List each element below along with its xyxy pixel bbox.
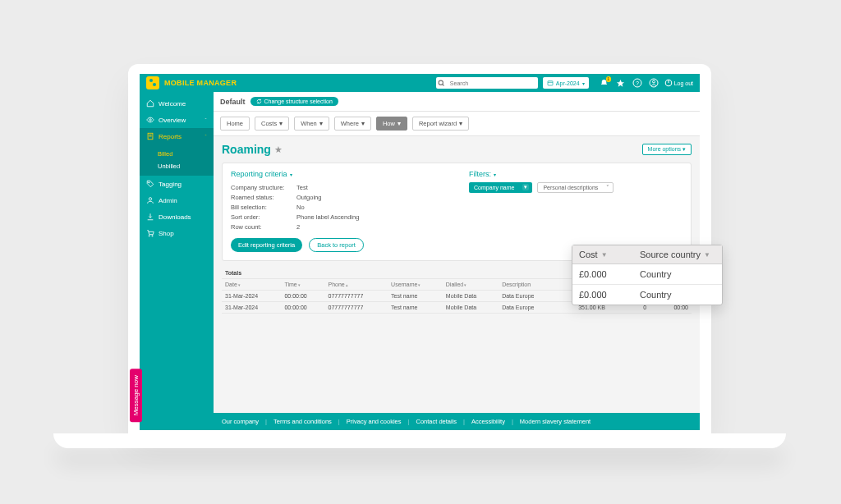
sidebar-item-label: Shop (159, 230, 174, 237)
tab-costs[interactable]: Costs▾ (255, 117, 289, 131)
footer-link[interactable]: Contact details (416, 418, 457, 425)
chevron-down-icon: ▾ (494, 172, 496, 177)
footer-link[interactable]: Our company (222, 418, 259, 425)
cost-country-popup: Cost▼ Source country▼ £0.000 Country £0.… (572, 245, 723, 305)
cell-phone: 07777777777 (325, 291, 388, 302)
sidebar-item-tagging[interactable]: Tagging (140, 176, 214, 192)
breadcrumb-bar: Default Change structure selection (214, 92, 700, 112)
favorite-star-icon[interactable] (615, 77, 627, 89)
popup-col-cost[interactable]: Cost▼ (572, 245, 633, 263)
month-picker[interactable]: Apr-2024 ▾ (543, 77, 589, 89)
footer-link[interactable]: Modern slavery statement (520, 418, 591, 425)
popup-cost: £0.000 (572, 285, 633, 305)
search-input[interactable] (448, 80, 538, 86)
popup-row: £0.000 Country (572, 264, 722, 285)
popup-col-country[interactable]: Source country▼ (633, 245, 717, 263)
refresh-icon (256, 99, 262, 104)
col-description[interactable]: Description (499, 279, 557, 291)
sidebar-item-label: Admin (159, 197, 177, 204)
criteria-heading[interactable]: Reporting criteria▾ (231, 170, 444, 178)
sidebar-item-downloads[interactable]: Downloads (140, 208, 214, 225)
report-tabs: Home Costs▾ When▾ Where▾ How▾ Report wiz… (214, 112, 700, 136)
sidebar-item-reports[interactable]: Reports ˄ (140, 128, 214, 144)
notification-bell-icon[interactable]: 1 (599, 77, 610, 89)
sidebar-sub-unbilled[interactable]: Unbilled (158, 160, 214, 172)
criteria-key: Company structure: (231, 184, 296, 191)
sidebar-item-welcome[interactable]: Welcome (140, 95, 214, 112)
filters-heading[interactable]: Filters:▾ (469, 170, 682, 178)
filter-descriptions-select[interactable]: Personal descriptions (537, 182, 614, 193)
svg-point-7 (652, 80, 655, 83)
footer-link[interactable]: Accessibility (471, 418, 505, 425)
chevron-down-icon: ▾ (361, 120, 365, 127)
col-dialled[interactable]: Dialled▾ (443, 279, 499, 291)
criteria-value: Phone label Ascending (296, 213, 359, 221)
chevron-down-icon: ▼ (601, 251, 608, 259)
col-username[interactable]: Username▾ (388, 279, 443, 291)
sidebar-item-shop[interactable]: Shop (140, 225, 214, 241)
criteria-value: 2 (296, 223, 300, 231)
cell-description: Data Europe (499, 302, 557, 314)
cell-time: 00:00:00 (281, 291, 324, 302)
cart-icon (146, 229, 154, 237)
sidebar-item-label: Tagging (159, 181, 182, 188)
sidebar-item-admin[interactable]: Admin (140, 192, 214, 208)
more-options-button[interactable]: More options ▾ (642, 144, 692, 155)
footer-link[interactable]: Privacy and cookies (347, 418, 402, 425)
svg-point-14 (149, 182, 149, 183)
tab-label: When (301, 120, 317, 127)
more-options-label: More options (648, 146, 681, 152)
chevron-down-icon: ▾ (582, 80, 585, 86)
laptop-base (53, 433, 786, 448)
calendar-icon (547, 80, 554, 86)
page-title: Roaming (222, 143, 271, 156)
breadcrumb-title: Default (220, 98, 246, 106)
help-icon[interactable]: ? (632, 77, 643, 89)
tab-label: Costs (261, 120, 277, 127)
edit-criteria-button[interactable]: Edit reporting criteria (231, 238, 302, 252)
back-to-report-button[interactable]: Back to report (309, 238, 364, 252)
app-footer: Our company| Terms and conditions| Priva… (214, 413, 700, 430)
col-time[interactable]: Time▾ (281, 279, 324, 291)
notification-badge: 1 (606, 76, 611, 82)
tab-where[interactable]: Where▾ (334, 117, 371, 131)
sidebar-item-label: Overview (159, 117, 186, 124)
cell-description: Data Europe (499, 291, 557, 302)
tab-report-wizard[interactable]: Report wizard▾ (412, 117, 469, 131)
search-box[interactable] (436, 77, 538, 89)
eye-icon (146, 116, 154, 124)
logout-button[interactable]: Log out (664, 79, 693, 87)
download-icon (146, 213, 154, 221)
message-now-tab[interactable]: Message now (130, 369, 142, 422)
cell-time: 00:00:00 (281, 302, 324, 314)
top-bar: MOBILE MANAGER Apr-2024 ▾ 1 (140, 74, 700, 92)
tab-home[interactable]: Home (220, 117, 250, 131)
change-structure-button[interactable]: Change structure selection (250, 97, 338, 106)
sidebar: Welcome Overview ˅ Reports ˄ Billed Unbi… (140, 92, 214, 430)
criteria-key: Roamed status: (231, 194, 296, 201)
popup-row: £0.000 Country (572, 285, 722, 305)
col-phone[interactable]: Phone▴ (325, 279, 388, 291)
popup-cost: £0.000 (572, 264, 633, 284)
sidebar-sub-billed[interactable]: Billed (158, 148, 214, 160)
header-icons: 1 ? Log out (599, 77, 693, 89)
user-icon[interactable] (648, 77, 659, 89)
col-date[interactable]: Date▾ (222, 279, 281, 291)
sidebar-item-overview[interactable]: Overview ˅ (140, 112, 214, 128)
tab-label: Home (227, 120, 243, 127)
svg-point-17 (152, 236, 153, 236)
chevron-down-icon: ▼ (704, 251, 710, 259)
svg-text:?: ? (636, 80, 639, 86)
chevron-down-icon: ▾ (319, 120, 323, 127)
tab-label: How (383, 120, 395, 127)
tab-how[interactable]: How▾ (376, 117, 407, 131)
footer-link[interactable]: Terms and conditions (273, 418, 332, 425)
svg-point-15 (149, 198, 151, 200)
cell-username: Test name (388, 291, 443, 302)
sidebar-item-label: Downloads (159, 213, 191, 221)
month-picker-label: Apr-2024 (556, 80, 580, 86)
filter-company-select[interactable]: Company name (469, 182, 532, 193)
cell-date: 31-Mar-2024 (222, 291, 281, 302)
tab-when[interactable]: When▾ (294, 117, 329, 131)
favorite-toggle-icon[interactable]: ★ (274, 144, 283, 155)
